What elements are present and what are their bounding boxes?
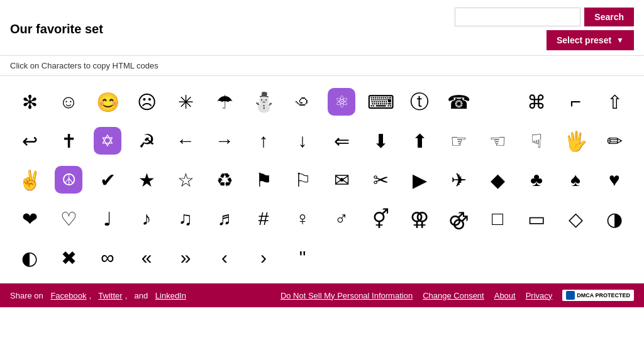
command-icon[interactable]: ⌘ [517, 82, 556, 121]
header-controls: Search Select preset ▼ [455, 8, 634, 50]
frown-icon[interactable]: ☹ [127, 82, 166, 121]
search-button[interactable]: Search [584, 8, 634, 26]
search-input[interactable] [455, 8, 580, 26]
footer-share: Share on Facebook, Twitter, and LinkedIn [10, 291, 186, 300]
about-link[interactable]: About [494, 291, 516, 300]
symbols-grid: ✻☺😊☹✳☂⛄꩜⚛⌨ⓣ☎⌘⌐⇧↩✝✡☭←→↑↓⇐⬇⬆☞☜☟🖐✏✌☮✔★☆♻⚑⚐✉… [0, 76, 644, 283]
select-preset-button[interactable]: Select preset ▼ [547, 30, 634, 50]
hash-icon[interactable]: # [244, 199, 283, 238]
diamond-outline-icon[interactable]: ◇ [556, 199, 595, 238]
telephone-icon[interactable]: ☎ [439, 82, 478, 121]
asterisk-icon[interactable]: ✻ [10, 82, 49, 121]
double-arrow-left-icon[interactable]: ⇐ [322, 121, 361, 160]
dmca-icon [566, 291, 575, 300]
flag-filled-icon[interactable]: ⚑ [244, 160, 283, 199]
and-text: and [134, 291, 148, 300]
spade-icon[interactable]: ♠ [556, 160, 595, 199]
arrow-down-bold-icon[interactable]: ⬇ [361, 121, 400, 160]
privacy-link[interactable]: Privacy [526, 291, 553, 300]
dnsmpi-link[interactable]: Do Not Sell My Personal Information [280, 291, 413, 300]
heart-filled-icon[interactable]: ♥ [595, 160, 634, 199]
half-circle-right-icon[interactable]: ◐ [10, 238, 49, 277]
double-chevron-right-icon[interactable]: » [166, 238, 205, 277]
play-icon[interactable]: ▶ [400, 160, 439, 199]
checkmark-icon[interactable]: ✔ [88, 160, 127, 199]
note-eighth-icon[interactable]: ♪ [127, 199, 166, 238]
star-filled-icon[interactable]: ★ [127, 160, 166, 199]
linkedin-link[interactable]: LinkedIn [155, 291, 186, 300]
arrow-down-icon[interactable]: ↓ [283, 121, 322, 160]
envelope-icon[interactable]: ✉ [322, 160, 361, 199]
pointing-right-bold-icon[interactable]: ☞ [439, 121, 478, 160]
pointing-left-icon[interactable]: ☜ [478, 121, 517, 160]
arrow-right-icon[interactable]: → [205, 121, 244, 160]
select-preset-label: Select preset [557, 35, 611, 45]
flag-outline-icon[interactable]: ⚐ [283, 160, 322, 199]
instruction-text: Click on Characters to copy HTML codes [0, 56, 644, 76]
spiral-icon[interactable]: ꩜ [283, 82, 322, 121]
note-quarter-icon[interactable]: ♩ [88, 199, 127, 238]
search-row: Search [455, 8, 634, 26]
airplane-icon[interactable]: ✈ [439, 160, 478, 199]
peace-icon[interactable]: ☮ [49, 160, 88, 199]
square-outline-icon[interactable]: □ [478, 199, 517, 238]
chevron-down-icon: ▼ [616, 36, 624, 45]
arrow-up-icon[interactable]: ↑ [244, 121, 283, 160]
pointing-down-icon[interactable]: ☟ [517, 121, 556, 160]
victory-emoji[interactable]: ✌ [10, 160, 49, 199]
arrow-left-icon[interactable]: ← [166, 121, 205, 160]
recycle-icon[interactable]: ♻ [205, 160, 244, 199]
rectangle-outline-icon[interactable]: ▭ [517, 199, 556, 238]
single-chevron-right-icon[interactable]: › [244, 238, 283, 277]
arrow-up-bold-icon[interactable]: ⬆ [400, 121, 439, 160]
single-chevron-left-icon[interactable]: ‹ [205, 238, 244, 277]
scissors-icon[interactable]: ✂ [361, 160, 400, 199]
double-male-icon[interactable]: ⚣ [439, 199, 478, 238]
negation-icon[interactable]: ⌐ [556, 82, 595, 121]
share-text: Share on [10, 291, 43, 300]
star-asterisk-icon[interactable]: ✳ [166, 82, 205, 121]
change-consent-link[interactable]: Change Consent [423, 291, 484, 300]
circle-t-icon[interactable]: ⓣ [400, 82, 439, 121]
dmca-badge: DMCA PROTECTED [562, 290, 634, 301]
hammer-sickle-icon[interactable]: ☭ [127, 121, 166, 160]
smiley-icon[interactable]: ☺ [49, 82, 88, 121]
star-outline-icon[interactable]: ☆ [166, 160, 205, 199]
note-double-icon[interactable]: ♬ [205, 199, 244, 238]
cross-icon[interactable]: ✝ [49, 121, 88, 160]
heart-outline-icon[interactable]: ♡ [49, 199, 88, 238]
half-circle-left-icon[interactable]: ◑ [595, 199, 634, 238]
snowman-emoji[interactable]: ⛄ [244, 82, 283, 121]
page-title: Our favorite set [10, 22, 103, 36]
footer-links: Do Not Sell My Personal Information Chan… [280, 290, 634, 301]
combined-gender-icon[interactable]: ⚥ [361, 199, 400, 238]
umbrella-icon[interactable]: ☂ [205, 82, 244, 121]
footer: Share on Facebook, Twitter, and LinkedIn… [0, 283, 644, 307]
female-icon[interactable]: ♀ [283, 199, 322, 238]
twitter-link[interactable]: Twitter [98, 291, 122, 300]
multiply-icon[interactable]: ✖ [49, 238, 88, 277]
return-icon[interactable]: ↩ [10, 121, 49, 160]
quotation-mark-icon[interactable]: " [283, 238, 322, 277]
hand-icon[interactable]: 🖐 [556, 121, 595, 160]
double-chevron-left-icon[interactable]: « [127, 238, 166, 277]
double-female-icon[interactable]: ⚢ [400, 199, 439, 238]
pencil-icon[interactable]: ✏ [595, 121, 634, 160]
smile-emoji[interactable]: 😊 [88, 82, 127, 121]
infinity-icon[interactable]: ∞ [88, 238, 127, 277]
keyboard-icon[interactable]: ⌨ [361, 82, 400, 121]
heart-emoji[interactable]: ❤ [10, 199, 49, 238]
diamond-filled-icon[interactable]: ◆ [478, 160, 517, 199]
apple-icon[interactable] [478, 82, 517, 121]
note-beamed-icon[interactable]: ♫ [166, 199, 205, 238]
star-david-icon[interactable]: ✡ [88, 121, 127, 160]
facebook-link[interactable]: Facebook [50, 291, 86, 300]
club-icon[interactable]: ♣ [517, 160, 556, 199]
dmca-text: DMCA PROTECTED [577, 292, 630, 298]
atom-icon[interactable]: ⚛ [322, 82, 361, 121]
shift-icon[interactable]: ⇧ [595, 82, 634, 121]
male-icon[interactable]: ♂ [322, 199, 361, 238]
